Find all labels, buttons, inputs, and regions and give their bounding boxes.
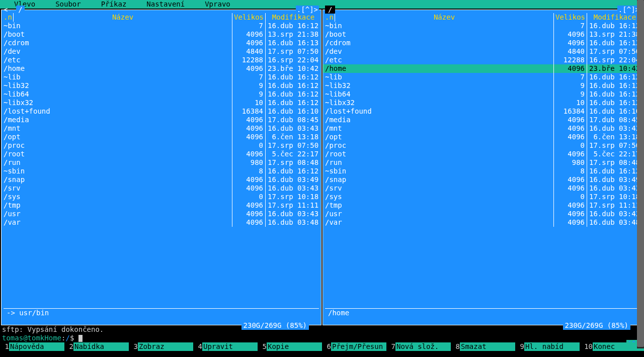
file-row[interactable]: /proc017.srp 07:50 bbox=[323, 141, 642, 150]
file-name: /cdrom bbox=[2, 39, 232, 47]
file-size: 4096 bbox=[232, 64, 266, 73]
file-row[interactable]: /srv409616.dub 03:43 bbox=[2, 184, 321, 193]
file-row[interactable]: /opt4096 6.čen 13:18 bbox=[323, 133, 642, 141]
left-file-list[interactable]: ~bin716.dub 16:12/boot409613.srp 21:38/c… bbox=[2, 22, 321, 302]
fkey-label: Upravit bbox=[202, 342, 258, 351]
file-name: /proc bbox=[2, 141, 232, 150]
file-row[interactable]: ~lib32916.dub 16:12 bbox=[323, 81, 642, 90]
cursor-icon bbox=[78, 335, 83, 342]
file-row[interactable]: /tmp409617.srp 11:11 bbox=[323, 201, 642, 210]
col-header-mtime[interactable]: Modifikace bbox=[266, 13, 321, 22]
file-name: ~bin bbox=[323, 22, 554, 30]
file-row[interactable]: ~libx321016.dub 16:12 bbox=[323, 99, 642, 107]
col-header-mtime[interactable]: Modifikace bbox=[587, 13, 642, 22]
col-header-name[interactable]: Název bbox=[14, 13, 232, 22]
left-panel[interactable]: <- / .[^]> .n Název Velikos Modifikace ~… bbox=[1, 10, 321, 325]
fkey-2[interactable]: 2Nabídka bbox=[64, 342, 129, 351]
file-row[interactable]: /snap409616.dub 03:49 bbox=[2, 175, 321, 184]
file-size: 0 bbox=[554, 141, 587, 150]
fkey-5[interactable]: 5Kopie bbox=[258, 342, 322, 351]
file-row[interactable]: ~lib64916.dub 16:12 bbox=[2, 90, 321, 99]
file-row[interactable]: /etc1228816.srp 22:04 bbox=[323, 56, 642, 64]
col-header-n[interactable]: .n bbox=[323, 13, 335, 22]
file-size: 980 bbox=[232, 158, 266, 167]
file-row[interactable]: /etc1228816.srp 22:04 bbox=[2, 56, 321, 64]
fkey-9[interactable]: 9Hl. nabíd bbox=[515, 342, 580, 351]
file-row[interactable]: /root4096 5.čec 22:17 bbox=[2, 150, 321, 158]
file-row[interactable]: /dev484017.srp 07:50 bbox=[2, 47, 321, 56]
fkey-3[interactable]: 3Zobraz bbox=[129, 342, 193, 351]
fkey-1[interactable]: 1Nápověda bbox=[0, 342, 64, 351]
file-row[interactable]: /media409617.dub 08:45 bbox=[323, 116, 642, 124]
file-row[interactable]: /boot409613.srp 21:38 bbox=[2, 30, 321, 39]
file-row[interactable]: /usr409616.dub 03:43 bbox=[2, 210, 321, 218]
fkey-6[interactable]: 6Přejm/Přesun bbox=[322, 342, 386, 351]
col-header-size[interactable]: Velikos bbox=[554, 13, 587, 22]
file-mtime: 16.dub 03:43 bbox=[266, 210, 321, 218]
file-row[interactable]: ~libx321016.dub 16:12 bbox=[2, 99, 321, 107]
file-row[interactable]: /cdrom409616.dub 16:13 bbox=[2, 39, 321, 47]
file-row[interactable]: /home409623.bře 10:42 bbox=[2, 64, 321, 73]
console-area[interactable]: sftp: Vypsání dokončeno. tomas@tomkHome:… bbox=[0, 325, 644, 342]
scrollbar-thumb[interactable] bbox=[637, 0, 644, 347]
file-size: 9 bbox=[554, 90, 587, 99]
file-row[interactable]: ~lib32916.dub 16:12 bbox=[2, 81, 321, 90]
col-header-name[interactable]: Název bbox=[335, 13, 554, 22]
file-row[interactable]: /srv409616.dub 03:43 bbox=[323, 184, 642, 193]
file-name: ~lib32 bbox=[2, 81, 232, 90]
file-row[interactable]: ~lib716.dub 16:12 bbox=[2, 73, 321, 81]
file-row[interactable]: /usr409616.dub 03:43 bbox=[323, 210, 642, 218]
file-row[interactable]: /media409617.dub 08:45 bbox=[2, 116, 321, 124]
file-row[interactable]: /proc017.srp 07:50 bbox=[2, 141, 321, 150]
left-panel-path[interactable]: / bbox=[16, 6, 24, 14]
file-row[interactable]: /root4096 5.čec 22:17 bbox=[323, 150, 642, 158]
file-row[interactable]: /run98017.srp 08:48 bbox=[323, 158, 642, 167]
file-row[interactable]: /lost+found1638416.dub 16:10 bbox=[323, 107, 642, 116]
file-row[interactable]: /opt4096 6.čen 13:18 bbox=[2, 133, 321, 141]
right-panel-path[interactable]: / bbox=[325, 6, 335, 14]
fkey-label: Konec bbox=[593, 342, 644, 351]
file-mtime: 16.srp 22:04 bbox=[587, 56, 642, 64]
file-row[interactable]: /var409616.dub 03:48 bbox=[2, 218, 321, 227]
fkey-8[interactable]: 8Smazat bbox=[451, 342, 515, 351]
file-row[interactable]: /sys017.srp 10:18 bbox=[323, 193, 642, 201]
right-file-list[interactable]: ~bin716.dub 16:12/boot409613.srp 21:38/c… bbox=[323, 22, 642, 302]
file-row[interactable]: ~bin716.dub 16:12 bbox=[323, 22, 642, 30]
file-row[interactable]: /tmp409617.srp 11:11 bbox=[2, 201, 321, 210]
file-row[interactable]: ~sbin816.dub 16:12 bbox=[323, 167, 642, 175]
right-panel[interactable]: / .[^]> .n Název Velikos Modifikace ~bin… bbox=[323, 10, 643, 325]
fkey-label: Nová slož. bbox=[395, 342, 451, 351]
file-size: 4096 bbox=[554, 133, 587, 141]
file-name: ~libx32 bbox=[2, 99, 232, 107]
file-row[interactable]: /dev484017.srp 07:50 bbox=[323, 47, 642, 56]
file-row[interactable]: /lost+found1638416.dub 16:10 bbox=[2, 107, 321, 116]
file-row[interactable]: ~bin716.dub 16:12 bbox=[2, 22, 321, 30]
fkey-10[interactable]: 10Konec bbox=[580, 342, 644, 351]
left-panel-corner[interactable]: .[^]> bbox=[296, 6, 319, 14]
console-prompt[interactable]: tomas@tomkHome:/$ bbox=[2, 334, 642, 342]
col-header-n[interactable]: .n bbox=[2, 13, 14, 22]
file-row[interactable]: ~sbin816.dub 16:12 bbox=[2, 167, 321, 175]
right-disk-usage: 230G/269G (85%) bbox=[563, 321, 630, 330]
file-row[interactable]: /cdrom409616.dub 16:13 bbox=[323, 39, 642, 47]
file-row[interactable]: ~lib64916.dub 16:12 bbox=[323, 90, 642, 99]
file-row[interactable]: /home409623.bře 10:42 bbox=[323, 64, 642, 73]
scrollbar-track[interactable] bbox=[637, 0, 644, 348]
col-header-size[interactable]: Velikos bbox=[232, 13, 266, 22]
file-mtime: 16.dub 16:12 bbox=[587, 73, 642, 81]
file-row[interactable]: /mnt409616.dub 03:43 bbox=[323, 124, 642, 133]
file-size: 10 bbox=[232, 99, 266, 107]
file-row[interactable]: /mnt409616.dub 03:43 bbox=[2, 124, 321, 133]
file-row[interactable]: /sys017.srp 10:18 bbox=[2, 193, 321, 201]
file-mtime: 17.srp 07:50 bbox=[587, 141, 642, 150]
file-row[interactable]: /boot409613.srp 21:38 bbox=[323, 30, 642, 39]
fkey-4[interactable]: 4Upravit bbox=[193, 342, 258, 351]
file-name: /root bbox=[2, 150, 232, 158]
file-row[interactable]: /run98017.srp 08:48 bbox=[2, 158, 321, 167]
file-row[interactable]: /snap409616.dub 03:49 bbox=[323, 175, 642, 184]
file-row[interactable]: ~lib716.dub 16:12 bbox=[323, 73, 642, 81]
fkey-7[interactable]: 7Nová slož. bbox=[386, 342, 451, 351]
file-mtime: 16.dub 03:43 bbox=[587, 124, 642, 133]
file-name: /sys bbox=[323, 193, 554, 201]
file-row[interactable]: /var409616.dub 03:48 bbox=[323, 218, 642, 227]
